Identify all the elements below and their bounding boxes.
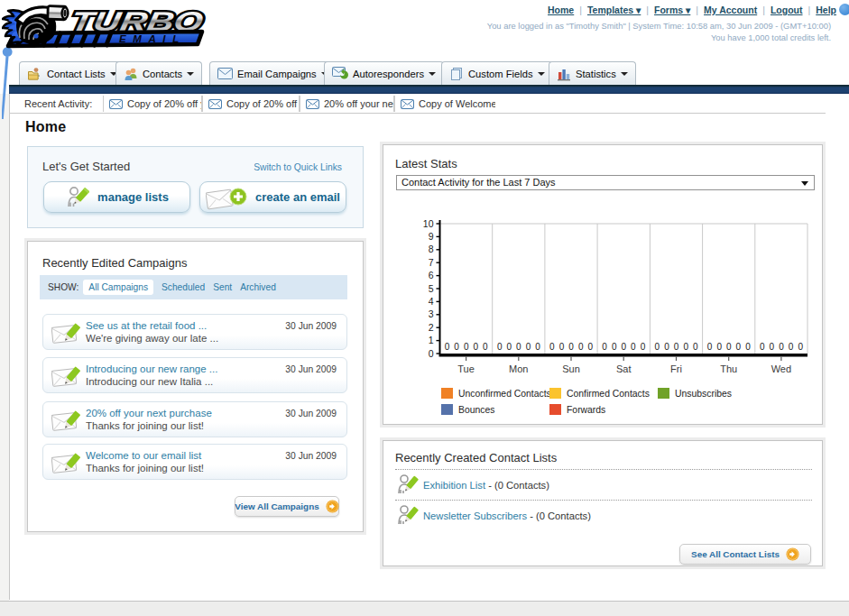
svg-text:4: 4 [429, 296, 434, 307]
svg-text:0: 0 [483, 342, 488, 352]
svg-text:0: 0 [559, 342, 565, 352]
svg-text:0: 0 [497, 342, 503, 352]
svg-text:EMAIL: EMAIL [119, 33, 186, 44]
svg-text:0: 0 [726, 342, 732, 352]
svg-text:0: 0 [622, 342, 627, 352]
svg-text:6: 6 [429, 270, 434, 280]
svg-text:0: 0 [507, 342, 512, 352]
svg-text:0: 0 [655, 342, 660, 352]
svg-text:10: 10 [423, 218, 434, 229]
svg-text:0: 0 [631, 342, 636, 352]
svg-text:0: 0 [429, 348, 434, 359]
svg-text:0: 0 [716, 342, 722, 352]
svg-text:Tue: Tue [457, 363, 475, 374]
svg-text:0: 0 [516, 342, 521, 352]
svg-text:0: 0 [535, 342, 540, 352]
svg-text:3: 3 [429, 308, 434, 319]
svg-text:9: 9 [429, 231, 434, 242]
svg-text:1: 1 [429, 335, 434, 345]
svg-text:0: 0 [674, 342, 679, 352]
svg-text:Sun: Sun [562, 363, 580, 374]
svg-text:0: 0 [578, 342, 584, 352]
svg-text:0: 0 [602, 342, 607, 352]
svg-text:0: 0 [664, 342, 669, 352]
svg-text:0: 0 [707, 342, 713, 352]
svg-text:0: 0 [760, 342, 765, 352]
svg-text:2: 2 [429, 322, 434, 333]
svg-text:Wed: Wed [771, 363, 791, 374]
svg-text:0: 0 [526, 342, 531, 352]
svg-text:0: 0 [549, 342, 555, 352]
svg-text:5: 5 [429, 283, 434, 294]
svg-text:0: 0 [474, 342, 479, 352]
svg-text:0: 0 [464, 342, 469, 352]
svg-text:0: 0 [745, 342, 751, 352]
svg-text:Fri: Fri [670, 363, 682, 374]
svg-text:0: 0 [568, 342, 574, 352]
svg-text:0: 0 [641, 342, 646, 352]
svg-text:0: 0 [588, 342, 594, 352]
svg-text:0: 0 [683, 342, 688, 352]
svg-text:0: 0 [770, 342, 775, 352]
svg-text:Sat: Sat [616, 363, 632, 374]
svg-text:0: 0 [736, 342, 742, 352]
svg-text:0: 0 [798, 342, 803, 352]
svg-text:8: 8 [429, 244, 434, 254]
svg-text:0: 0 [445, 342, 450, 352]
svg-text:0: 0 [454, 342, 459, 352]
svg-text:0: 0 [779, 342, 784, 352]
svg-text:0: 0 [693, 342, 698, 352]
svg-text:0: 0 [612, 342, 617, 352]
svg-text:Thu: Thu [720, 363, 737, 374]
svg-text:0: 0 [789, 342, 794, 352]
svg-text:Mon: Mon [509, 363, 528, 374]
svg-text:7: 7 [429, 257, 434, 268]
